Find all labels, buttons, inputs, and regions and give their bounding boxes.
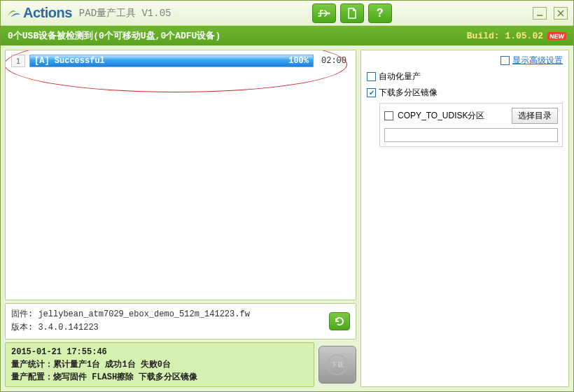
choose-dir-button[interactable]: 选择目录 <box>512 108 558 124</box>
new-badge: NEW <box>547 32 566 40</box>
build-label: Build: 1.05.02 <box>467 31 543 41</box>
auto-checkbox[interactable] <box>367 72 376 81</box>
logo: Actions <box>6 5 72 21</box>
summary-config: 量产配置：烧写固件 FLASH擦除 下载多分区镜像 <box>11 371 308 384</box>
copy-udisk-label: COPY_TO_UDISK分区 <box>398 110 507 122</box>
close-button[interactable] <box>554 7 568 20</box>
row-index: 1 <box>11 55 25 67</box>
download-button[interactable]: 下载 <box>318 346 356 384</box>
progress-percent: 100% <box>288 56 309 66</box>
summary-stats: 量产统计：累计量产1台 成功1台 失败0台 <box>11 358 308 371</box>
titlebar: Actions PAD量产工具 V1.05 ? <box>1 1 573 26</box>
summary-time: 2015-01-21 17:55:46 <box>11 346 308 358</box>
progress-bar: [A] Successful 100% <box>29 55 314 67</box>
multipart-label: 下载多分区镜像 <box>379 87 438 99</box>
firmware-file: 固件: jellybean_atm7029_ebox_demo_512m_141… <box>11 308 329 321</box>
file-button[interactable] <box>340 4 364 23</box>
minimize-icon <box>536 9 544 18</box>
usb-button[interactable] <box>312 4 336 23</box>
refresh-icon <box>334 316 345 327</box>
device-row: 1 [A] Successful 100% 02:00 <box>6 50 356 71</box>
minimize-button[interactable] <box>533 7 547 20</box>
advanced-link[interactable]: 显示高级设置 <box>512 55 563 66</box>
left-column: 1 [A] Successful 100% 02:00 固件: jellybea… <box>1 46 360 391</box>
app-title: PAD量产工具 V1.05 <box>79 7 172 20</box>
bottom-row: 2015-01-21 17:55:46 量产统计：累计量产1台 成功1台 失败0… <box>5 342 356 387</box>
path-input[interactable] <box>384 128 558 142</box>
refresh-button[interactable] <box>329 312 350 330</box>
progress-label: [A] Successful <box>34 56 288 66</box>
auto-label: 自动化量产 <box>379 71 421 83</box>
sidebar: 显示高级设置 自动化量产 下载多分区镜像 COPY_TO_UDISK分区 选择目… <box>360 50 569 387</box>
multipart-checkbox[interactable] <box>367 88 376 97</box>
main-area: 1 [A] Successful 100% 02:00 固件: jellybea… <box>1 46 573 391</box>
svg-point-0 <box>328 12 330 14</box>
close-icon <box>556 9 565 18</box>
status-text: 0个USB设备被检测到(0个可移动U盘,0个ADFU设备) <box>8 29 220 42</box>
elapsed-time: 02:00 <box>318 56 350 66</box>
summary-panel: 2015-01-21 17:55:46 量产统计：累计量产1台 成功1台 失败0… <box>5 342 314 387</box>
statusbar: 0个USB设备被检测到(0个可移动U盘,0个ADFU设备) Build: 1.0… <box>1 26 573 46</box>
copy-udisk-checkbox[interactable] <box>384 111 393 120</box>
help-button[interactable]: ? <box>368 4 392 23</box>
firmware-panel: 固件: jellybean_atm7029_ebox_demo_512m_141… <box>5 303 356 340</box>
toolbar: ? <box>171 4 533 23</box>
window-controls <box>533 7 568 20</box>
brand-text: Actions <box>23 5 72 21</box>
multipart-group: COPY_TO_UDISK分区 选择目录 <box>379 103 563 147</box>
device-panel: 1 [A] Successful 100% 02:00 <box>5 50 356 300</box>
file-icon <box>347 8 357 19</box>
usb-icon <box>318 8 330 18</box>
download-icon: 下载 <box>327 354 348 375</box>
logo-icon <box>6 6 22 20</box>
advanced-checkbox[interactable] <box>500 56 510 65</box>
firmware-version: 版本: 3.4.0.141223 <box>11 321 329 335</box>
app-window: Actions PAD量产工具 V1.05 ? <box>0 0 574 392</box>
